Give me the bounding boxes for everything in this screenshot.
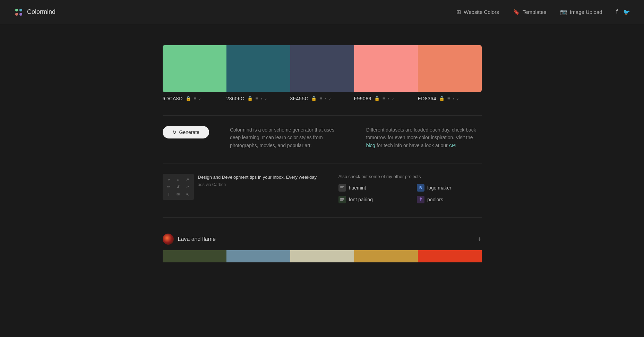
mini-swatch-1[interactable]	[226, 250, 290, 262]
prev-btn-3[interactable]: ‹	[387, 95, 390, 101]
main-content: 6DCA8D 🔒 ≡ › 28606C 🔒 ≡ ‹ › 3F455C 🔒 ≡ ‹…	[156, 24, 489, 276]
blog-link[interactable]: blog	[366, 143, 375, 148]
mini-swatch-0[interactable]	[163, 250, 226, 262]
adjust-btn-1[interactable]: ≡	[255, 95, 259, 101]
prev-btn-2[interactable]: ‹	[324, 95, 327, 101]
project-logo-maker[interactable]: B logo maker	[417, 184, 481, 192]
camera-icon: 📷	[560, 9, 567, 15]
svg-rect-4	[340, 186, 344, 187]
refresh-icon: ↻	[172, 129, 177, 135]
lock-btn-4[interactable]: 🔒	[438, 95, 445, 101]
generate-section: ↻ Generate Colormind is a color scheme g…	[163, 126, 482, 149]
adjust-btn-0[interactable]: ≡	[193, 95, 197, 101]
ad-box: » ⌂ ↗ ✏ ↺ ↗ T ✉ ↖ Design and Development…	[163, 174, 318, 200]
ad-icon-4: ✏	[165, 184, 173, 191]
mini-swatch-3[interactable]	[354, 250, 418, 262]
lava-palette-name: Lava and flame	[178, 236, 473, 242]
svg-rect-7	[340, 199, 344, 200]
ad-title: Design and Development tips in your inbo…	[198, 174, 318, 181]
color-hex-4: ED8364	[418, 96, 437, 101]
color-hex-3: F99089	[354, 96, 371, 101]
svg-rect-8	[340, 200, 343, 201]
lock-btn-3[interactable]: 🔒	[373, 95, 380, 101]
nav-image-upload-label: Image Upload	[570, 9, 602, 15]
swatch-1[interactable]	[226, 45, 290, 92]
next-btn-4[interactable]: ›	[456, 95, 459, 101]
next-btn-3[interactable]: ›	[392, 95, 394, 101]
social-links: f 🐦	[616, 9, 630, 15]
generate-button[interactable]: ↻ Generate	[163, 126, 209, 138]
ad-icon-5: ↺	[174, 184, 182, 191]
color-info-3: F99089 🔒 ≡ ‹ ›	[354, 92, 418, 105]
lock-btn-2[interactable]: 🔒	[310, 95, 317, 101]
grid-icon: ⊞	[456, 9, 461, 15]
color-actions-2: 🔒 ≡ ‹ ›	[310, 95, 331, 101]
description-left: Colormind is a color scheme generator th…	[230, 126, 345, 149]
facebook-icon: f	[616, 9, 618, 15]
api-link[interactable]: API	[449, 143, 457, 148]
ad-icon-8: ✉	[174, 191, 182, 198]
generate-left: ↻ Generate	[163, 126, 209, 138]
color-actions-4: 🔒 ≡ ‹ ›	[438, 95, 459, 101]
adjust-btn-2[interactable]: ≡	[319, 95, 323, 101]
twitter-icon: 🐦	[623, 9, 630, 15]
project-poolors-label: poolors	[427, 197, 443, 202]
expand-icon[interactable]: +	[478, 235, 482, 243]
lock-btn-1[interactable]: 🔒	[247, 95, 254, 101]
nav-image-upload[interactable]: 📷 Image Upload	[560, 9, 602, 15]
swatch-2[interactable]	[290, 45, 354, 92]
adjust-btn-3[interactable]: ≡	[382, 95, 386, 101]
svg-rect-6	[340, 198, 344, 199]
color-actions-3: 🔒 ≡ ‹ ›	[373, 95, 394, 101]
color-hex-1: 28606C	[226, 96, 244, 101]
color-info-row: 6DCA8D 🔒 ≡ › 28606C 🔒 ≡ ‹ › 3F455C 🔒 ≡ ‹…	[163, 92, 482, 105]
nav-templates[interactable]: 🔖 Templates	[513, 9, 546, 15]
ad-icon-6: ↗	[183, 184, 192, 191]
lava-palette-section: Lava and flame +	[163, 228, 482, 262]
logo-area[interactable]: Colormind	[14, 7, 55, 17]
swatch-4[interactable]	[418, 45, 482, 92]
ad-icon-1: »	[165, 176, 173, 183]
lock-btn-0[interactable]: 🔒	[185, 95, 192, 101]
font-pairing-icon	[338, 196, 346, 203]
mini-swatch-2[interactable]	[290, 250, 354, 262]
nav-website-colors[interactable]: ⊞ Website Colors	[456, 9, 499, 15]
color-actions-1: 🔒 ≡ ‹ ›	[247, 95, 267, 101]
prev-btn-4[interactable]: ‹	[452, 95, 455, 101]
description-right: Different datasets are loaded each day, …	[366, 126, 482, 149]
color-actions-0: 🔒 ≡ ›	[185, 95, 201, 101]
mini-swatch-4[interactable]	[418, 250, 482, 262]
poolors-icon	[417, 196, 424, 203]
swatch-3[interactable]	[354, 45, 418, 92]
next-btn-0[interactable]: ›	[198, 95, 201, 101]
color-hex-0: 6DCA8D	[163, 96, 183, 101]
project-font-pairing[interactable]: font pairing	[338, 196, 403, 203]
nav-links: ⊞ Website Colors 🔖 Templates 📷 Image Upl…	[456, 9, 602, 15]
ad-icon-3: ↗	[183, 176, 192, 183]
project-huemint[interactable]: huemint	[338, 184, 403, 192]
huemint-icon	[338, 184, 346, 192]
projects-grid: huemint B logo maker font pairing	[338, 184, 482, 203]
adjust-btn-4[interactable]: ≡	[447, 95, 451, 101]
next-btn-2[interactable]: ›	[328, 95, 331, 101]
svg-point-9	[420, 197, 422, 200]
project-font-pairing-label: font pairing	[349, 197, 373, 202]
facebook-link[interactable]: f	[616, 9, 618, 15]
color-info-2: 3F455C 🔒 ≡ ‹ ›	[290, 92, 354, 105]
lava-palette-thumb	[163, 234, 174, 245]
logo-icon	[14, 7, 24, 17]
next-btn-1[interactable]: ›	[264, 95, 267, 101]
project-poolors[interactable]: poolors	[417, 196, 481, 203]
prev-btn-1[interactable]: ‹	[260, 95, 263, 101]
color-swatches	[163, 45, 482, 92]
bookmark-icon: 🔖	[513, 9, 520, 15]
palette-header[interactable]: Lava and flame +	[163, 228, 482, 250]
ad-icon-2: ⌂	[174, 176, 182, 183]
svg-point-2	[15, 13, 18, 16]
ad-icon-7: T	[165, 191, 173, 198]
twitter-link[interactable]: 🐦	[623, 9, 630, 15]
section-divider-1	[163, 163, 482, 163]
color-hex-2: 3F455C	[290, 96, 309, 101]
swatch-0[interactable]	[163, 45, 226, 92]
palette-container: 6DCA8D 🔒 ≡ › 28606C 🔒 ≡ ‹ › 3F455C 🔒 ≡ ‹…	[163, 45, 482, 105]
